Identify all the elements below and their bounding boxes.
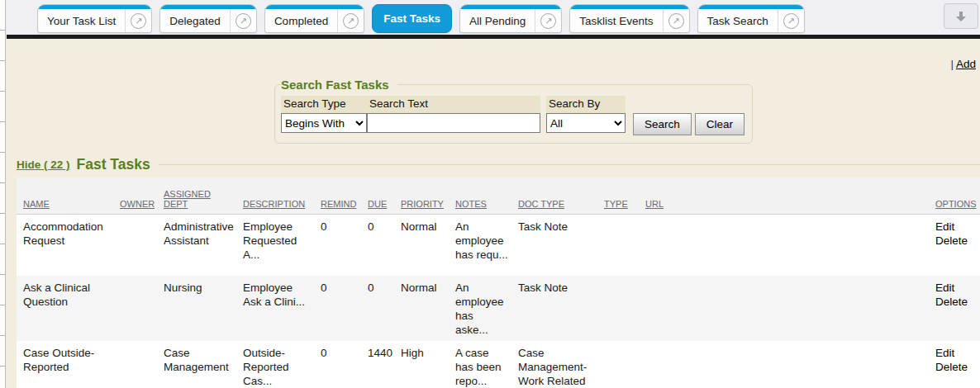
open-new-window-icon[interactable]: ↗ [668,13,684,29]
column-header-description[interactable]: DESCRIPTION [236,177,314,215]
cell-remind: 0 [314,276,361,341]
cell-name: Accommodation Request [17,215,113,276]
cell-type [597,276,639,341]
fast-tasks-heading: Hide ( 22 ) Fast Tasks [17,156,980,173]
cell-name: Case Outside-Reported [17,341,113,388]
tab-completed[interactable]: Completed ↗ [264,4,364,33]
search-type-select[interactable]: Begins With [281,113,367,133]
search-gap [540,96,546,113]
cell-dept: Administrative Assistant [157,215,236,276]
cell-remind: 0 [314,341,361,388]
cell-remind: 0 [314,215,361,276]
cell-options: Edit Delete [929,276,980,341]
delete-link[interactable]: Delete [935,295,977,309]
tab-all-pending[interactable]: All Pending ↗ [459,4,562,33]
table-header-row: NAME OWNER ASSIGNED DEPT DESCRIPTION REM… [17,177,980,215]
cell-owner [113,215,157,276]
cell-options: Edit Delete [929,341,980,388]
fast-tasks-table: NAME OWNER ASSIGNED DEPT DESCRIPTION REM… [17,177,980,388]
tab-fast-tasks-active[interactable]: Fast Tasks [372,4,452,33]
cell-doc-type: Task Note [511,276,597,341]
search-by-select[interactable]: All [546,113,626,133]
search-panel-title: Search Fast Tasks [281,78,397,92]
cell-url [639,215,929,276]
cell-notes: An employee has aske... [449,276,511,341]
search-by-label: Search By [546,96,626,113]
cell-url [639,341,929,388]
cell-description: Outside-Reported Cas... [236,341,314,388]
column-header-name[interactable]: NAME [17,177,113,215]
open-new-window-icon[interactable]: ↗ [540,13,556,29]
column-header-type[interactable]: TYPE [597,177,639,215]
open-new-window-icon[interactable]: ↗ [783,13,799,29]
cell-due: 1440 [361,341,394,388]
cell-dept: Nursing [157,276,236,341]
search-fast-tasks-panel: Search Fast Tasks Search Type Begins Wit… [274,78,753,144]
column-header-assigned-dept[interactable]: ASSIGNED DEPT [157,177,236,215]
clear-button[interactable]: Clear [695,113,745,135]
cell-dept: Case Management [157,341,236,388]
cell-type [597,215,639,276]
edit-link[interactable]: Edit [935,346,977,360]
tab-label: Completed [265,15,337,27]
cell-name: Ask a Clinical Question [17,276,113,341]
hide-count-link[interactable]: Hide ( 22 ) [17,159,70,171]
scroll-tabs-button[interactable] [944,3,978,29]
table-row: Ask a Clinical Question Nursing Employee… [17,276,980,341]
fast-tasks-title: Fast Tasks [77,156,150,173]
cell-priority: Normal [394,215,449,276]
cell-notes: An employee has requ... [449,215,511,276]
open-new-window-icon[interactable]: ↗ [235,13,251,29]
column-header-remind[interactable]: REMIND [314,177,361,215]
column-header-due[interactable]: DUE [361,177,394,215]
add-link[interactable]: Add [956,58,976,70]
cell-type [597,341,639,388]
cell-description: Employee Ask a Clini... [236,276,314,341]
tab-label: Your Task List [38,15,125,27]
action-row: |Add [7,39,980,70]
delete-link[interactable]: Delete [935,360,977,374]
tab-task-search[interactable]: Task Search ↗ [697,4,805,33]
column-header-priority[interactable]: PRIORITY [394,177,449,215]
cell-owner [113,341,157,388]
delete-link[interactable]: Delete [935,234,977,248]
column-header-options[interactable]: OPTIONS [929,177,980,215]
add-separator: | [950,58,954,70]
cell-url [639,276,929,341]
edit-link[interactable]: Edit [935,281,977,295]
search-type-label: Search Type [281,96,367,113]
search-text-input[interactable] [367,113,540,133]
cell-priority: Normal [394,276,449,341]
cell-due: 0 [361,215,394,276]
tab-label: All Pending [460,15,535,27]
tab-your-task-list[interactable]: Your Task List ↗ [37,4,152,33]
cell-doc-type: Task Note [511,215,597,276]
edit-link[interactable]: Edit [935,220,977,234]
tab-label: Task Search [698,15,778,27]
column-header-url[interactable]: URL [639,177,929,215]
cell-doc-type: Case Management-Work Related Note [511,341,597,388]
tab-label: Tasklist Events [570,15,662,27]
search-button[interactable]: Search [633,113,692,135]
tab-bar: Your Task List ↗ Delegated ↗ Completed ↗… [7,0,980,35]
left-resize-rail[interactable] [0,0,6,388]
open-new-window-icon[interactable]: ↗ [343,13,359,29]
tab-delegated[interactable]: Delegated ↗ [159,4,257,33]
column-header-doc-type[interactable]: DOC TYPE [511,177,597,215]
column-header-notes[interactable]: NOTES [449,177,511,215]
search-text-label: Search Text [367,96,540,113]
cell-owner [113,276,157,341]
cell-priority: High [394,341,449,388]
cell-notes: A case has been repo... [449,341,511,388]
column-header-owner[interactable]: OWNER [113,177,157,215]
page: Your Task List ↗ Delegated ↗ Completed ↗… [7,0,980,388]
cell-due: 0 [361,276,394,341]
tab-tasklist-events[interactable]: Tasklist Events ↗ [569,4,689,33]
table-row: Accommodation Request Administrative Ass… [17,215,980,276]
table-row: Case Outside-Reported Case Management Ou… [17,341,980,388]
cell-options: Edit Delete [929,215,980,276]
tab-label: Delegated [160,15,230,27]
down-arrow-icon [954,10,968,23]
open-new-window-icon[interactable]: ↗ [131,13,146,29]
cell-description: Employee Requested A... [236,215,314,276]
